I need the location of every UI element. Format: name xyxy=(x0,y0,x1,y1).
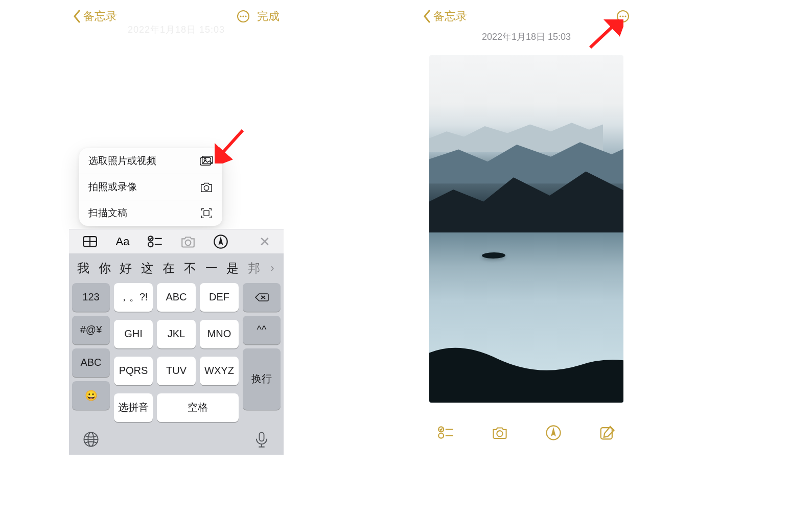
backspace-icon xyxy=(254,293,269,302)
close-icon: ✕ xyxy=(259,234,270,249)
phone-left: 备忘录 完成 2022年1月18日 15:03 选取照片或视频 拍照或录像 扫描… xyxy=(69,5,284,455)
lake-island xyxy=(481,252,506,259)
key-abc-mode[interactable]: ABC xyxy=(72,348,110,377)
suggestion[interactable]: 是 xyxy=(222,260,243,276)
camera-icon xyxy=(492,426,508,439)
suggestion[interactable]: 我 xyxy=(73,260,94,276)
key-space[interactable]: 空格 xyxy=(157,393,239,422)
key-return[interactable]: 换行 xyxy=(243,348,281,410)
suggestion-bar: 我 你 好 这 在 不 一 是 邦 › xyxy=(69,253,284,283)
suggestion[interactable]: 好 xyxy=(116,260,136,276)
chevron-right-icon[interactable]: › xyxy=(265,262,280,275)
mic-icon xyxy=(253,431,270,448)
svg-point-17 xyxy=(185,240,191,246)
compose-button[interactable] xyxy=(599,425,615,441)
suggestion[interactable]: 邦 xyxy=(244,260,264,276)
checklist-icon xyxy=(438,426,454,439)
keyboard-bottom-bar xyxy=(69,426,284,455)
suggestion[interactable]: 不 xyxy=(180,260,200,276)
key-emoji[interactable]: 😀 xyxy=(72,381,110,410)
globe-button[interactable] xyxy=(82,431,100,450)
svg-point-26 xyxy=(619,15,621,17)
suggestion[interactable]: 一 xyxy=(201,260,222,276)
markup-icon xyxy=(545,425,562,441)
timestamp-faded: 2022年1月18日 15:03 xyxy=(69,24,284,36)
suggestion[interactable]: 你 xyxy=(95,260,115,276)
svg-point-34 xyxy=(497,431,502,437)
more-button[interactable] xyxy=(616,10,630,23)
svg-point-7 xyxy=(204,185,208,190)
key-ghi[interactable]: GHI xyxy=(114,320,153,348)
key-tuv[interactable]: TUV xyxy=(157,357,196,385)
popup-item-scan-doc[interactable]: 扫描文稿 xyxy=(79,200,222,226)
globe-icon xyxy=(82,431,100,448)
forest-foreground xyxy=(429,340,623,403)
close-button[interactable]: ✕ xyxy=(259,234,270,250)
svg-point-1 xyxy=(240,15,241,17)
mic-button[interactable] xyxy=(253,431,270,450)
checklist-button[interactable] xyxy=(438,425,454,441)
note-photo[interactable] xyxy=(429,55,623,403)
key-pinyin[interactable]: 选拼音 xyxy=(114,393,153,422)
checklist-icon xyxy=(148,235,163,248)
svg-rect-8 xyxy=(204,210,209,216)
chevron-left-icon xyxy=(423,10,431,23)
checklist-button[interactable] xyxy=(148,234,163,249)
svg-point-32 xyxy=(438,433,444,438)
key-123[interactable]: 123 xyxy=(72,283,110,312)
table-button[interactable] xyxy=(82,234,98,249)
photo-stack-icon xyxy=(200,155,213,167)
more-button[interactable] xyxy=(237,10,250,23)
back-button[interactable]: 备忘录 xyxy=(73,9,117,24)
text-format-icon: Aa xyxy=(116,235,130,248)
back-label: 备忘录 xyxy=(433,9,467,24)
text-format-button[interactable]: Aa xyxy=(115,234,130,249)
attach-popup: 选取照片或视频 拍照或录像 扫描文稿 xyxy=(79,148,222,226)
svg-point-3 xyxy=(245,15,246,17)
key-punct[interactable]: ，。?! xyxy=(114,283,153,312)
timestamp: 2022年1月18日 15:03 xyxy=(419,31,634,43)
note-toolbar xyxy=(419,421,634,444)
key-pqrs[interactable]: PQRS xyxy=(114,357,153,385)
back-button[interactable]: 备忘录 xyxy=(423,9,467,24)
popup-item-take-photo[interactable]: 拍照或录像 xyxy=(79,174,222,200)
popup-item-label: 扫描文稿 xyxy=(88,206,127,220)
svg-point-15 xyxy=(148,242,153,247)
key-wxyz[interactable]: WXYZ xyxy=(200,357,239,385)
markup-button[interactable] xyxy=(213,234,228,249)
done-button[interactable]: 完成 xyxy=(257,9,280,24)
suggestion[interactable]: 在 xyxy=(158,260,179,276)
more-circle-icon xyxy=(616,10,630,23)
key-caret[interactable]: ^^ xyxy=(243,316,281,344)
svg-point-2 xyxy=(242,15,244,17)
key-mno[interactable]: MNO xyxy=(200,320,239,348)
topbar-right: 备忘录 xyxy=(419,5,634,28)
camera-button[interactable] xyxy=(180,234,196,249)
back-label: 备忘录 xyxy=(83,9,117,24)
key-abc[interactable]: ABC xyxy=(157,283,196,312)
doc-scan-icon xyxy=(200,207,213,219)
popup-item-choose-photo[interactable]: 选取照片或视频 xyxy=(79,148,222,174)
format-bar: Aa ✕ xyxy=(69,229,284,254)
table-icon xyxy=(82,236,98,248)
camera-icon xyxy=(200,181,213,193)
suggestion[interactable]: 这 xyxy=(137,260,157,276)
markup-button[interactable] xyxy=(545,425,562,441)
markup-icon xyxy=(213,234,228,249)
svg-point-28 xyxy=(624,15,626,17)
popup-item-label: 拍照或录像 xyxy=(88,180,137,194)
camera-button[interactable] xyxy=(492,425,508,441)
key-def[interactable]: DEF xyxy=(200,283,239,312)
chevron-left-icon xyxy=(73,10,81,23)
compose-icon xyxy=(599,425,615,441)
svg-rect-24 xyxy=(259,432,264,441)
phone-right: 备忘录 2022年1月18日 15:03 xyxy=(419,5,634,455)
svg-point-27 xyxy=(622,15,623,17)
key-symbols[interactable]: #@¥ xyxy=(72,316,110,344)
more-circle-icon xyxy=(237,10,250,23)
key-jkl[interactable]: JKL xyxy=(157,320,196,348)
keyboard: 我 你 好 这 在 不 一 是 邦 › 123 #@¥ ABC 😀 ，。?! A… xyxy=(69,253,284,455)
popup-item-label: 选取照片或视频 xyxy=(88,154,156,168)
camera-icon xyxy=(180,236,196,248)
key-backspace[interactable] xyxy=(243,283,281,312)
